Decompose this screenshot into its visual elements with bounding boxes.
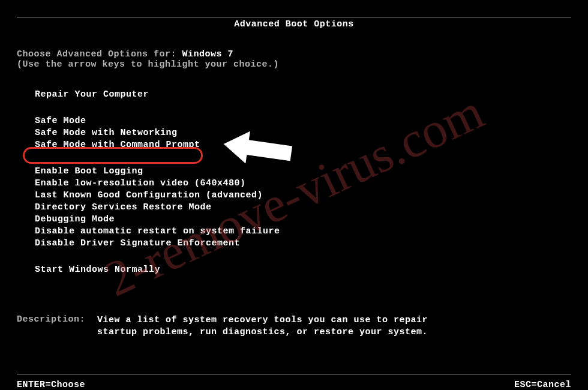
border-bottom-line (17, 374, 571, 374)
border-top-line (17, 17, 571, 17)
menu-item-safe-mode-cmd[interactable]: Safe Mode with Command Prompt (31, 139, 204, 151)
description-text: View a list of system recovery tools you… (97, 314, 433, 338)
intro-hint: (Use the arrow keys to highlight your ch… (17, 59, 279, 70)
menu-item-ds-restore[interactable]: Directory Services Restore Mode (31, 202, 215, 214)
footer-hints: ENTER=Choose ESC=Cancel (17, 380, 571, 390)
os-name: Windows 7 (182, 49, 234, 59)
menu-item-boot-logging[interactable]: Enable Boot Logging (31, 166, 147, 178)
enter-hint: ENTER=Choose (17, 380, 85, 390)
menu-item-disable-auto-restart[interactable]: Disable automatic restart on system fail… (31, 226, 284, 238)
esc-hint: ESC=Cancel (514, 380, 571, 390)
menu-item-safe-mode-networking[interactable]: Safe Mode with Networking (31, 127, 181, 139)
boot-options-screen: Advanced Boot Options Choose Advanced Op… (0, 0, 588, 390)
intro-block: Choose Advanced Options for: Windows 7 (… (17, 49, 279, 70)
menu-item-last-known-good[interactable]: Last Known Good Configuration (advanced) (31, 190, 266, 202)
description-label: Description: (17, 314, 97, 338)
menu-item-disable-driver-sig[interactable]: Disable Driver Signature Enforcement (31, 238, 244, 250)
boot-menu[interactable]: Repair Your Computer Safe Mode Safe Mode… (31, 89, 284, 290)
menu-item-safe-mode[interactable]: Safe Mode (31, 115, 90, 127)
menu-item-repair[interactable]: Repair Your Computer (31, 89, 152, 101)
intro-prefix: Choose Advanced Options for: (17, 49, 182, 59)
description-block: Description: View a list of system recov… (17, 314, 433, 338)
menu-item-low-res[interactable]: Enable low-resolution video (640x480) (31, 178, 250, 190)
screen-title: Advanced Boot Options (0, 19, 588, 29)
menu-item-start-normally[interactable]: Start Windows Normally (31, 264, 164, 276)
menu-item-debugging[interactable]: Debugging Mode (31, 214, 118, 226)
